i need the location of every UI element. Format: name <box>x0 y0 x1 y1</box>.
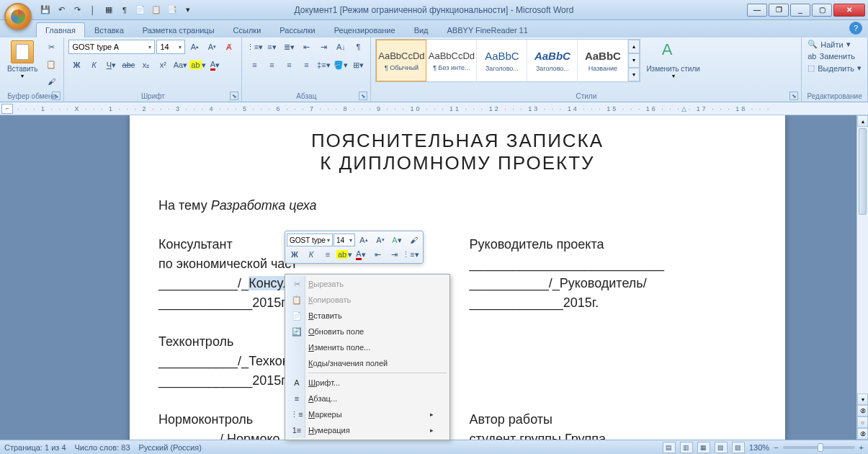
menu-item[interactable]: 1≡Нумерация▸ <box>287 422 448 438</box>
help-icon[interactable]: ? <box>849 22 862 35</box>
menu-item[interactable]: 🔄Обновить поле <box>287 324 448 339</box>
launcher-icon[interactable]: ⬊ <box>789 92 798 100</box>
multilevel-icon[interactable]: ≣▾ <box>281 39 297 55</box>
redo-icon[interactable]: ↷ <box>71 4 84 17</box>
mini-font-combo[interactable]: GOST type ▾ <box>287 233 333 246</box>
view-outline-icon[interactable]: ▧ <box>715 442 728 453</box>
vertical-scrollbar[interactable]: ▴ ▾ ⦿ ○ ⦿ <box>856 115 868 440</box>
align-center-icon[interactable]: ≡ <box>264 57 279 73</box>
copy-icon[interactable]: 📋 <box>43 56 59 72</box>
mini-grow-icon[interactable]: A▴ <box>356 233 372 247</box>
align-left-icon[interactable]: ≡ <box>246 57 262 73</box>
tab-insert[interactable]: Вставка <box>85 22 133 37</box>
scroll-up-icon[interactable]: ▴ <box>857 115 868 127</box>
replace-button[interactable]: abЗаменить <box>806 51 863 61</box>
menu-item[interactable]: Изменить поле... <box>287 339 448 355</box>
mini-painter-icon[interactable]: 🖌 <box>406 233 421 247</box>
status-lang[interactable]: Русский (Россия) <box>139 443 202 452</box>
tab-mailings[interactable]: Рассылки <box>270 22 324 37</box>
style-item[interactable]: AaBbCЗаголово... <box>527 40 578 81</box>
mini-size-combo[interactable]: 14 ▾ <box>334 233 355 246</box>
scroll-down-icon[interactable]: ▾ <box>857 393 868 405</box>
mini-color-icon[interactable]: A▾ <box>353 247 369 262</box>
menu-item[interactable]: ≡Абзац... <box>287 391 448 406</box>
strike-icon[interactable]: abc <box>120 57 136 73</box>
mini-dec-indent-icon[interactable]: ⇤ <box>370 247 385 262</box>
qat-icon[interactable]: ▦ <box>102 4 115 17</box>
menu-item[interactable]: ⋮≡Маркеры▸ <box>287 406 448 422</box>
justify-icon[interactable]: ≡ <box>298 57 314 73</box>
style-item[interactable]: AaBbCЗаголово... <box>477 40 527 81</box>
qat-dropdown-icon[interactable]: ▾ <box>182 4 194 17</box>
zoom-out-icon[interactable]: − <box>774 443 778 452</box>
close-button[interactable]: ✕ <box>833 4 865 17</box>
cut-icon[interactable]: ✂ <box>43 39 59 55</box>
style-item[interactable]: AaBbCНазвание <box>578 40 628 81</box>
view-web-icon[interactable]: ▦ <box>697 442 710 453</box>
zoom-level[interactable]: 130% <box>749 443 769 452</box>
tab-view[interactable]: Вид <box>405 22 438 37</box>
mini-italic-icon[interactable]: К <box>303 247 319 262</box>
subscript-icon[interactable]: x₂ <box>138 57 153 73</box>
inc-indent-icon[interactable]: ⇥ <box>316 39 331 55</box>
office-button[interactable] <box>4 3 32 30</box>
tab-abbyy[interactable]: ABBYY FineReader 11 <box>438 22 537 37</box>
font-size-combo[interactable]: 14▾ <box>156 40 185 54</box>
highlight-icon[interactable]: ab▾ <box>189 57 205 73</box>
launcher-icon[interactable]: ⬊ <box>359 92 367 100</box>
style-item[interactable]: AaBbCcDd¶ Без инте... <box>426 40 477 81</box>
mini-center-icon[interactable]: ≡ <box>320 247 336 262</box>
shading-icon[interactable]: 🪣▾ <box>333 57 349 73</box>
bold-icon[interactable]: Ж <box>68 57 84 73</box>
shrink-font-icon[interactable]: A▾ <box>204 39 220 55</box>
gallery-scroll[interactable]: ▴▾▾ <box>628 40 640 81</box>
tab-home[interactable]: Главная <box>36 22 85 37</box>
numbering-icon[interactable]: ≡▾ <box>264 39 279 55</box>
change-case-icon[interactable]: Aa▾ <box>172 57 188 73</box>
mini-bullets-icon[interactable]: ⋮≡▾ <box>403 247 419 262</box>
tab-page-layout[interactable]: Разметка страницы <box>133 22 224 37</box>
zoom-in-icon[interactable]: + <box>859 443 864 452</box>
mini-highlight-icon[interactable]: ab▾ <box>336 247 352 262</box>
font-color-icon[interactable]: A▾ <box>207 57 223 73</box>
status-words[interactable]: Число слов: 83 <box>75 443 130 452</box>
superscript-icon[interactable]: x² <box>155 57 171 73</box>
qat-icon[interactable]: ¶ <box>118 4 131 17</box>
tab-review[interactable]: Рецензирование <box>325 22 405 37</box>
menu-item[interactable]: Коды/значения полей <box>287 355 448 371</box>
mini-shrink-icon[interactable]: A▾ <box>372 233 388 247</box>
launcher-icon[interactable]: ⬊ <box>230 92 238 100</box>
zoom-slider[interactable] <box>783 446 855 449</box>
mini-inc-indent-icon[interactable]: ⇥ <box>386 247 402 262</box>
line-spacing-icon[interactable]: ‡≡▾ <box>316 57 331 73</box>
tab-references[interactable]: Ссылки <box>224 22 271 37</box>
undo-icon[interactable]: ↶ <box>55 4 68 17</box>
minimize-button[interactable]: _ <box>790 4 810 17</box>
maximize-button[interactable]: ▢ <box>812 4 832 17</box>
format-painter-icon[interactable]: 🖌 <box>43 74 59 89</box>
status-page[interactable]: Страница: 1 из 4 <box>4 443 66 452</box>
prev-page-icon[interactable]: ⦿ <box>857 405 868 417</box>
sort-icon[interactable]: A↓ <box>333 39 349 55</box>
next-page-icon[interactable]: ⦿ <box>857 428 868 440</box>
scroll-thumb[interactable] <box>859 128 867 215</box>
show-marks-icon[interactable]: ¶ <box>350 39 366 55</box>
align-right-icon[interactable]: ≡ <box>281 57 297 73</box>
menu-item[interactable]: AШрифт... <box>287 375 448 391</box>
change-styles-button[interactable]: A Изменить стили ▾ <box>643 39 702 81</box>
qat-icon[interactable]: 📄 <box>134 4 147 17</box>
mini-bold-icon[interactable]: Ж <box>287 247 303 262</box>
menu-item[interactable]: 📄Вставить <box>287 308 448 324</box>
minimize-button[interactable]: — <box>747 4 767 17</box>
qat-icon[interactable]: 📑 <box>166 4 179 17</box>
view-print-icon[interactable]: ▤ <box>663 442 676 453</box>
select-button[interactable]: ⬚Выделить ▾ <box>806 63 863 74</box>
qat-icon[interactable]: 📋 <box>150 4 163 17</box>
underline-icon[interactable]: Ч▾ <box>103 57 119 73</box>
dec-indent-icon[interactable]: ⇤ <box>298 39 314 55</box>
save-icon[interactable]: 💾 <box>39 4 52 17</box>
launcher-icon[interactable]: ⬊ <box>52 92 61 100</box>
view-read-icon[interactable]: ▥ <box>680 442 693 453</box>
ruler[interactable]: ⌐ · · · 1 · · · X · · · 1 · · · 2 · · · … <box>0 102 868 115</box>
browse-icon[interactable]: ○ <box>857 417 868 428</box>
